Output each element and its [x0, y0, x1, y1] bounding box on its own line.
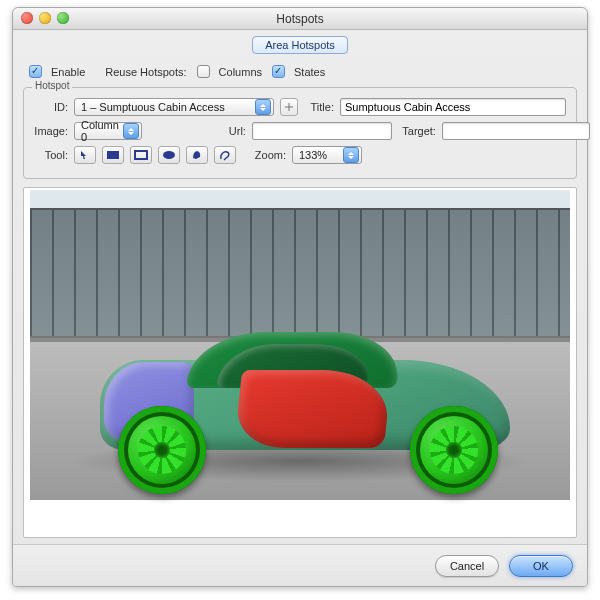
stepper-icon	[343, 147, 359, 163]
group-label: Hotspot	[32, 80, 72, 91]
tab-bar: Area Hotspots	[13, 30, 587, 58]
states-label: States	[294, 66, 325, 78]
zoom-value: 133%	[299, 149, 339, 161]
id-select[interactable]: 1 – Sumptuous Cabin Access	[74, 98, 274, 116]
tool-rect-outline[interactable]	[130, 146, 152, 164]
states-checkbox[interactable]	[272, 65, 285, 78]
svg-rect-1	[135, 151, 147, 159]
titlebar[interactable]: Hotspots	[13, 8, 587, 30]
svg-rect-0	[107, 151, 119, 159]
canvas-content	[30, 190, 570, 500]
cancel-button[interactable]: Cancel	[435, 555, 499, 577]
hotspot-canvas[interactable]	[23, 187, 577, 538]
close-icon[interactable]	[21, 12, 33, 24]
tool-lasso[interactable]	[214, 146, 236, 164]
window-controls	[21, 12, 69, 24]
zoom-label: Zoom:	[250, 149, 286, 161]
options-row: Enable Reuse Hotspots: Columns States	[13, 58, 587, 83]
id-label: ID:	[34, 101, 68, 113]
enable-checkbox[interactable]	[29, 65, 42, 78]
tab-area-hotspots[interactable]: Area Hotspots	[252, 36, 348, 54]
id-select-value: 1 – Sumptuous Cabin Access	[81, 101, 251, 113]
zoom-select[interactable]: 133%	[292, 146, 362, 164]
svg-point-2	[163, 151, 175, 159]
tool-polygon[interactable]	[186, 146, 208, 164]
tool-rect-filled[interactable]	[102, 146, 124, 164]
columns-checkbox[interactable]	[197, 65, 210, 78]
title-label: Title:	[304, 101, 334, 113]
tool-pointer[interactable]	[74, 146, 96, 164]
stepper-icon	[255, 99, 271, 115]
reuse-label: Reuse Hotspots:	[105, 66, 186, 78]
minimize-icon[interactable]	[39, 12, 51, 24]
url-label: Url:	[224, 125, 246, 137]
url-input[interactable]	[252, 122, 392, 140]
dialog-footer: Cancel OK	[13, 544, 587, 586]
image-select-value: Column 0	[81, 119, 119, 143]
enable-label: Enable	[51, 66, 85, 78]
window-title: Hotspots	[276, 12, 323, 26]
car-illustration	[70, 320, 540, 480]
tool-ellipse[interactable]	[158, 146, 180, 164]
hotspot-group: Hotspot ID: 1 – Sumptuous Cabin Access T…	[23, 87, 577, 179]
title-input[interactable]	[340, 98, 566, 116]
columns-label: Columns	[219, 66, 262, 78]
target-label: Target:	[398, 125, 436, 137]
stepper-icon	[123, 123, 139, 139]
target-input[interactable]	[442, 122, 590, 140]
ok-button[interactable]: OK	[509, 555, 573, 577]
hotspots-dialog: Hotspots Area Hotspots Enable Reuse Hots…	[12, 7, 588, 587]
zoom-icon[interactable]	[57, 12, 69, 24]
id-action-button[interactable]	[280, 98, 298, 116]
image-select[interactable]: Column 0	[74, 122, 142, 140]
tool-buttons	[74, 146, 236, 164]
tool-label: Tool:	[34, 149, 68, 161]
image-label: Image:	[34, 125, 68, 137]
